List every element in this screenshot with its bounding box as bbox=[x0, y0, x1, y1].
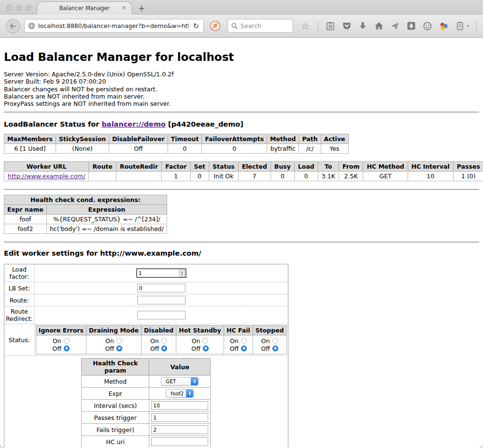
server-info: Server Version: Apache/2.5.0-dev (Unix) … bbox=[4, 71, 479, 107]
cell: %{REQUEST_STATUS} =~ /^[234]/ bbox=[46, 215, 167, 224]
col-header: To bbox=[318, 162, 339, 172]
route-input[interactable] bbox=[137, 296, 185, 304]
page-content: Load Balancer Manager for localhost Serv… bbox=[0, 38, 483, 448]
edit-worker-heading: Edit worker settings for http://www.exam… bbox=[4, 249, 479, 257]
worker-url-link[interactable]: http://www.example.com/ bbox=[8, 173, 85, 180]
send-tab-icon[interactable] bbox=[390, 21, 400, 31]
select-value: GET bbox=[166, 378, 176, 384]
select-chevrons-icon: ▲▼ bbox=[191, 377, 198, 385]
persist-notice-line: Balancer changes will NOT be persisted o… bbox=[4, 86, 479, 93]
draining-mode-on-radio[interactable] bbox=[116, 338, 122, 344]
hc-fails-input[interactable]: 2 bbox=[151, 425, 208, 434]
expr-row: foof %{REQUEST_STATUS} =~ /^[234]/ bbox=[4, 215, 167, 224]
table-header-row: Health Check param Value bbox=[82, 359, 211, 376]
load-factor-input[interactable]: 1 ▲▼ bbox=[136, 268, 186, 278]
browser-window: Balancer Manager × + localhost:8880/bala… bbox=[0, 0, 483, 448]
reading-list-icon[interactable] bbox=[326, 21, 335, 31]
table-row: 6 [1 Used] (None) Off 0 0 bytraffic /c/ … bbox=[4, 144, 349, 154]
hot-standby-off-radio[interactable] bbox=[203, 346, 209, 351]
globe-icon bbox=[28, 22, 35, 29]
feedback-smiley-icon[interactable] bbox=[423, 21, 432, 31]
status-options-row: On Off On Off On Off bbox=[36, 335, 286, 354]
col-header: HC Fail bbox=[224, 326, 253, 335]
minimize-window-button[interactable] bbox=[16, 5, 22, 11]
route-redirect-input[interactable] bbox=[137, 311, 185, 319]
form-row-health-check: Health Check param Value Method GET ▲▼ bbox=[4, 356, 288, 448]
col-header: Path bbox=[299, 134, 321, 144]
select-chevrons-icon: ▲▼ bbox=[186, 390, 193, 397]
col-header: Busy bbox=[270, 162, 294, 172]
cell: 1 (0) bbox=[453, 172, 483, 181]
search-bar[interactable]: Search bbox=[227, 19, 293, 33]
table-title: Health check cond. expressions: bbox=[4, 195, 167, 205]
cell: Yes bbox=[321, 144, 348, 154]
pocket-icon[interactable] bbox=[342, 21, 352, 31]
divider bbox=[4, 112, 479, 113]
balancer-demo-link[interactable]: balancer://demo bbox=[101, 120, 166, 128]
extension-download-icon[interactable] bbox=[407, 21, 416, 31]
battery-extension-icon[interactable] bbox=[455, 21, 465, 31]
colors-extension-icon[interactable] bbox=[439, 21, 449, 31]
ignore-errors-on-radio[interactable] bbox=[64, 338, 70, 344]
health-check-expressions-table: Health check cond. expressions: Expr nam… bbox=[4, 195, 167, 234]
cell: 0 bbox=[168, 144, 202, 154]
cell: foof bbox=[4, 215, 47, 224]
hc-uri-input[interactable] bbox=[151, 437, 208, 446]
cell: Off bbox=[109, 144, 168, 154]
hc-fail-off-radio[interactable] bbox=[241, 346, 247, 351]
hc-method-select[interactable]: GET ▲▼ bbox=[161, 377, 199, 386]
number-stepper-icon[interactable]: ▲▼ bbox=[179, 270, 185, 276]
table-title-row: Health check cond. expressions: bbox=[4, 195, 167, 205]
hot-standby-on-radio[interactable] bbox=[202, 338, 208, 344]
window-controls bbox=[6, 5, 31, 11]
downloads-icon[interactable] bbox=[358, 21, 368, 31]
zoom-window-button[interactable] bbox=[26, 5, 31, 11]
disabled-on-radio[interactable] bbox=[161, 338, 167, 344]
status-cell-hc-fail: On Off bbox=[224, 335, 253, 354]
cell: http://www.example.com/ bbox=[4, 172, 89, 181]
edit-worker-form: Load factor: 1 ▲▼ LB Set: 0 Route: bbox=[4, 264, 288, 448]
cell: Init Ok bbox=[209, 172, 239, 181]
status-cell-stopped: On Off bbox=[253, 335, 286, 354]
param-row-interval: Interval (secs) 10 bbox=[82, 400, 211, 412]
col-header: StickySession bbox=[56, 134, 109, 144]
param-label: Expr bbox=[82, 388, 149, 400]
radio-label: Off bbox=[191, 345, 200, 352]
content-blocked-icon[interactable] bbox=[210, 20, 221, 31]
param-label: Method bbox=[82, 376, 149, 388]
back-button[interactable] bbox=[6, 19, 20, 33]
hc-interval-input[interactable]: 10 bbox=[151, 401, 208, 410]
cell: 0 bbox=[190, 172, 209, 181]
overflow-caret-icon[interactable]: ▾ bbox=[467, 24, 469, 28]
heading-text: LoadBalancer Status for bbox=[4, 120, 101, 128]
col-header: Factor bbox=[162, 162, 190, 172]
cell: 6 [1 Used] bbox=[4, 144, 56, 154]
hc-fail-on-radio[interactable] bbox=[241, 338, 247, 344]
url-text[interactable]: localhost:8880/balancer-manager?b=demo&w… bbox=[38, 23, 188, 29]
toolbar-separator bbox=[318, 21, 318, 31]
new-tab-button[interactable]: + bbox=[138, 3, 145, 13]
stopped-off-radio[interactable] bbox=[272, 346, 278, 351]
bookmark-star-icon[interactable]: ☆ bbox=[300, 21, 310, 31]
home-icon[interactable] bbox=[374, 21, 384, 31]
disabled-off-radio[interactable] bbox=[161, 346, 167, 351]
close-window-button[interactable] bbox=[6, 5, 12, 11]
toolbar-separator bbox=[476, 21, 477, 31]
col-header: Method bbox=[267, 134, 299, 144]
url-bar[interactable]: localhost:8880/balancer-manager?b=demo&w… bbox=[24, 19, 204, 33]
col-header: Worker URL bbox=[4, 162, 89, 172]
col-header: Timeout bbox=[168, 134, 202, 144]
stopped-on-radio[interactable] bbox=[272, 338, 278, 344]
worker-row: http://www.example.com/ 1 0 Init Ok 7 0 … bbox=[4, 172, 483, 181]
hc-expr-select[interactable]: foof2 ▲▼ bbox=[166, 389, 194, 398]
col-header: RouteRedir bbox=[116, 162, 162, 172]
tab-balancer-manager[interactable]: Balancer Manager × bbox=[37, 1, 132, 14]
param-label: HC uri bbox=[82, 436, 149, 448]
reload-icon[interactable]: ↻ bbox=[188, 22, 200, 30]
close-tab-icon[interactable]: × bbox=[122, 5, 127, 11]
ignore-errors-off-radio[interactable] bbox=[64, 346, 70, 351]
hc-passes-input[interactable]: 1 bbox=[151, 413, 208, 422]
col-header: Stopped bbox=[253, 326, 286, 335]
lb-set-input[interactable]: 0 bbox=[137, 284, 185, 292]
draining-mode-off-radio[interactable] bbox=[116, 346, 122, 351]
